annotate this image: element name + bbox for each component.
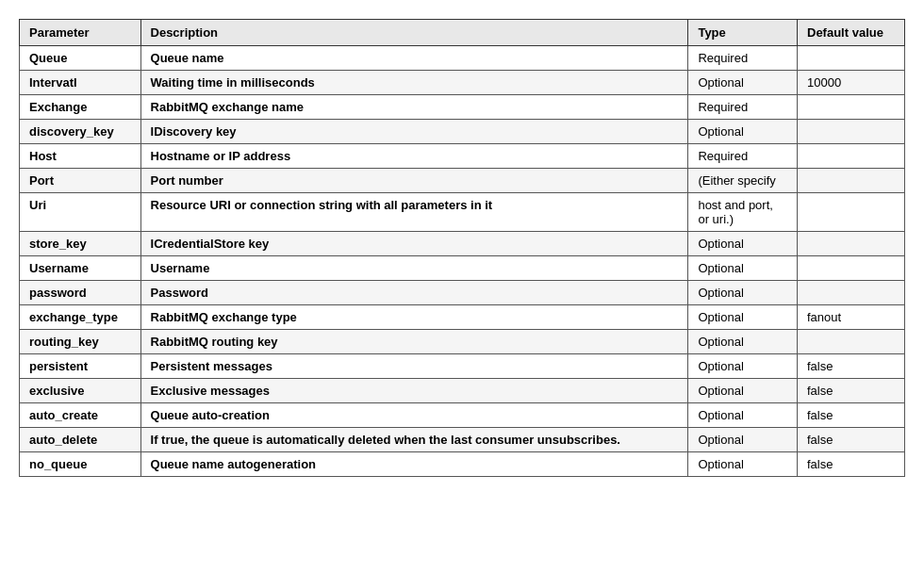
description-cell: Queue name autogeneration bbox=[140, 452, 688, 477]
param-name-cell: persistent bbox=[20, 354, 141, 379]
default-value-cell bbox=[798, 232, 905, 256]
param-name: exclusive bbox=[29, 384, 85, 398]
default-value-cell bbox=[798, 120, 905, 144]
type-cell: Optional bbox=[688, 232, 798, 256]
type-cell: Required bbox=[688, 95, 798, 120]
description-cell: Hostname or IP address bbox=[140, 144, 688, 169]
param-name: Intervatl bbox=[29, 75, 77, 90]
table-row: IntervatlWaiting time in millisecondsOpt… bbox=[20, 71, 905, 95]
default-value-cell bbox=[798, 330, 905, 354]
col-header-type: Type bbox=[688, 20, 798, 46]
param-name: Queue bbox=[29, 51, 67, 65]
param-name: password bbox=[29, 286, 87, 300]
type-cell: Required bbox=[688, 144, 798, 169]
param-name-cell: routing_key bbox=[20, 330, 141, 354]
param-name: auto_create bbox=[29, 408, 98, 422]
param-name: discovery_key bbox=[29, 124, 114, 139]
description-text: If true, the queue is automatically dele… bbox=[151, 433, 620, 447]
type-cell: Optional bbox=[688, 379, 798, 403]
description-text: RabbitMQ exchange type bbox=[151, 310, 297, 324]
default-value-cell: false bbox=[798, 428, 905, 452]
type-cell: Optional bbox=[688, 452, 798, 477]
default-value-cell bbox=[798, 281, 905, 305]
table-row: passwordPasswordOptional bbox=[20, 281, 905, 305]
description-cell: Password bbox=[140, 281, 688, 305]
param-name-cell: Uri bbox=[20, 193, 141, 232]
description-cell: Queue auto-creation bbox=[140, 403, 688, 428]
description-text: Queue auto-creation bbox=[151, 408, 270, 422]
table-row: HostHostname or IP addressRequired bbox=[20, 144, 905, 169]
description-text: Queue name autogeneration bbox=[151, 457, 317, 471]
description-text: Exclusive messages bbox=[151, 384, 270, 398]
type-cell: Optional bbox=[688, 120, 798, 144]
default-value-cell: 10000 bbox=[798, 71, 905, 95]
description-text: ICredentialStore key bbox=[151, 237, 270, 251]
default-value-cell: false bbox=[798, 452, 905, 477]
type-cell: Optional bbox=[688, 71, 798, 95]
param-name: auto_delete bbox=[29, 433, 97, 447]
type-cell: Optional bbox=[688, 403, 798, 428]
default-value-cell: false bbox=[798, 379, 905, 403]
table-row: persistentPersistent messagesOptionalfal… bbox=[20, 354, 905, 379]
param-name: Uri bbox=[29, 198, 46, 212]
description-cell: RabbitMQ exchange type bbox=[140, 305, 688, 330]
param-name-cell: Host bbox=[20, 144, 141, 169]
description-cell: RabbitMQ exchange name bbox=[140, 95, 688, 120]
col-header-default: Default value bbox=[798, 20, 905, 46]
table-row: UriResource URI or connection string wit… bbox=[20, 193, 905, 232]
type-cell: (Either specify bbox=[688, 169, 798, 193]
parameters-table-wrapper: Parameter Description Type Default value… bbox=[19, 19, 905, 477]
description-text: Port number bbox=[151, 173, 223, 188]
param-name: Port bbox=[29, 173, 54, 188]
description-cell: Exclusive messages bbox=[140, 379, 688, 403]
default-value-cell: false bbox=[798, 403, 905, 428]
default-value-cell bbox=[798, 144, 905, 169]
type-cell: Optional bbox=[688, 330, 798, 354]
default-value-cell: fanout bbox=[798, 305, 905, 330]
description-cell: ICredentialStore key bbox=[140, 232, 688, 256]
table-row: auto_deleteIf true, the queue is automat… bbox=[20, 428, 905, 452]
description-text: Hostname or IP address bbox=[151, 149, 291, 163]
col-header-description: Description bbox=[140, 20, 688, 46]
param-name: Host bbox=[29, 149, 57, 163]
param-name: Username bbox=[29, 261, 89, 275]
default-value-cell bbox=[798, 193, 905, 232]
param-name: persistent bbox=[29, 359, 88, 373]
param-name: exchange_type bbox=[29, 310, 118, 324]
description-cell: Username bbox=[140, 256, 688, 281]
param-name-cell: Intervatl bbox=[20, 71, 141, 95]
table-header-row: Parameter Description Type Default value bbox=[20, 20, 905, 46]
table-row: PortPort number(Either specify bbox=[20, 169, 905, 193]
description-text: RabbitMQ exchange name bbox=[151, 100, 305, 114]
param-name-cell: Queue bbox=[20, 46, 141, 71]
param-name-cell: exchange_type bbox=[20, 305, 141, 330]
param-name-cell: Port bbox=[20, 169, 141, 193]
table-row: ExchangeRabbitMQ exchange nameRequired bbox=[20, 95, 905, 120]
type-cell: host and port,or uri.) bbox=[688, 193, 798, 232]
param-name-cell: no_queue bbox=[20, 452, 141, 477]
param-name-cell: password bbox=[20, 281, 141, 305]
table-row: exchange_typeRabbitMQ exchange typeOptio… bbox=[20, 305, 905, 330]
description-cell: Persistent messages bbox=[140, 354, 688, 379]
default-value-cell bbox=[798, 256, 905, 281]
type-cell: Required bbox=[688, 46, 798, 71]
description-text: Username bbox=[151, 261, 210, 275]
param-name-cell: Username bbox=[20, 256, 141, 281]
param-name-cell: exclusive bbox=[20, 379, 141, 403]
default-value-cell: false bbox=[798, 354, 905, 379]
table-row: no_queueQueue name autogenerationOptiona… bbox=[20, 452, 905, 477]
description-cell: IDiscovery key bbox=[140, 120, 688, 144]
type-cell: Optional bbox=[688, 428, 798, 452]
table-row: exclusiveExclusive messagesOptionalfalse bbox=[20, 379, 905, 403]
table-row: UsernameUsernameOptional bbox=[20, 256, 905, 281]
default-value-cell bbox=[798, 46, 905, 71]
description-cell: Queue name bbox=[140, 46, 688, 71]
description-text: Waiting time in milliseconds bbox=[151, 75, 315, 90]
type-cell: Optional bbox=[688, 256, 798, 281]
table-row: auto_createQueue auto-creationOptionalfa… bbox=[20, 403, 905, 428]
param-name-cell: Exchange bbox=[20, 95, 141, 120]
description-cell: Waiting time in milliseconds bbox=[140, 71, 688, 95]
param-name-cell: discovery_key bbox=[20, 120, 141, 144]
param-name: routing_key bbox=[29, 335, 99, 349]
description-text: Resource URI or connection string with a… bbox=[151, 198, 493, 212]
